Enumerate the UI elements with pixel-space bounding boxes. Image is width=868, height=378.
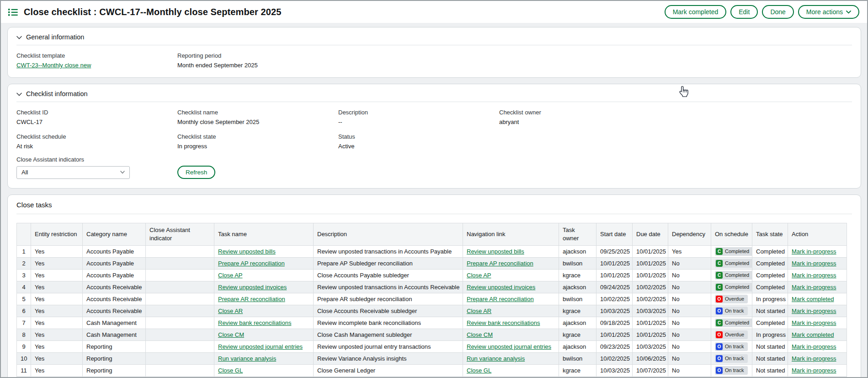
cell-navigation-link: Close CM — [463, 329, 559, 341]
more-actions-button[interactable]: More actions — [798, 5, 859, 19]
cell-indicator — [146, 246, 214, 258]
cell-description: Review unposted transactions in Accounts… — [314, 246, 463, 258]
task-name-link[interactable]: Close GL — [218, 367, 243, 374]
cell-description: Close Cash Management subledger — [314, 329, 463, 341]
collapse-chevron-icon[interactable] — [16, 36, 22, 39]
navigation-link[interactable]: Close CM — [467, 331, 493, 338]
cell-start-date: 10/01/2025 — [596, 329, 633, 341]
cell-task-state: Not started — [752, 353, 788, 365]
cell-category: Accounts Receivable — [83, 305, 146, 317]
checklist-information-header[interactable]: Checklist information — [16, 84, 852, 102]
cell-task-state: In progress — [752, 293, 788, 305]
edit-button[interactable]: Edit — [730, 5, 758, 19]
cell-entity-restriction: Yes — [31, 329, 83, 341]
task-name-link[interactable]: Close AP — [218, 272, 242, 279]
on-schedule-badge: OOverdue — [715, 330, 748, 339]
action-link[interactable]: Mark in-progress — [792, 367, 836, 374]
task-name-link[interactable]: Prepare AP reconciliation — [218, 260, 285, 267]
cell-task-owner: kgrace — [559, 329, 596, 341]
action-link[interactable]: Mark in-progress — [792, 343, 836, 350]
row-number: 2 — [17, 258, 31, 270]
status-letter-icon: C — [716, 319, 723, 326]
cell-entity-restriction: Yes — [31, 353, 83, 365]
navigation-link[interactable]: Review bank reconciliations — [467, 319, 540, 326]
task-name-link[interactable]: Run variance analysis — [218, 355, 276, 362]
general-information-header[interactable]: General information — [16, 27, 852, 45]
cell-task-state: Not started — [752, 365, 788, 377]
navigation-link[interactable]: Close GL — [467, 367, 491, 374]
cell-entity-restriction: Yes — [31, 270, 83, 281]
action-link[interactable]: Mark in-progress — [792, 284, 836, 291]
cell-due-date: 10/02/2025 — [633, 281, 668, 293]
task-name-link[interactable]: Review bank reconciliations — [218, 319, 291, 326]
cell-task-name: Review unposted bills — [214, 246, 314, 258]
task-name-link[interactable]: Close CM — [218, 331, 244, 338]
on-schedule-badge: CCompleted — [715, 247, 752, 256]
status-label: Completed — [725, 249, 749, 254]
task-name-link[interactable]: Review unposted journal entries — [218, 343, 303, 350]
table-row: 2YesAccounts PayablePrepare AP reconcili… — [17, 258, 847, 270]
task-name-link[interactable]: Review unposted invoices — [218, 284, 287, 291]
cell-start-date: 09/23/2025 — [596, 341, 633, 353]
action-link[interactable]: Mark in-progress — [792, 355, 836, 362]
checklist-template-link[interactable]: CWT-23--Monthly close new — [16, 62, 91, 69]
on-schedule-badge: OOn track — [715, 342, 748, 351]
navigation-link[interactable]: Review unposted invoices — [467, 284, 535, 291]
cell-indicator — [146, 305, 214, 317]
collapse-chevron-icon[interactable] — [16, 92, 22, 96]
table-row: 5YesAccounts ReceivablePrepare AR reconc… — [17, 293, 847, 305]
cell-description: Review unposted transactions in Accounts… — [314, 281, 463, 293]
cell-navigation-link: Close AR — [463, 305, 559, 317]
task-name-link[interactable]: Review unposted bills — [218, 248, 276, 255]
navigation-link[interactable]: Review unposted journal entries — [467, 343, 551, 350]
cell-dependency: No — [668, 270, 711, 281]
table-row: 7YesCash ManagementReview bank reconcili… — [17, 317, 847, 329]
navigation-link[interactable]: Prepare AR reconciliation — [467, 296, 534, 302]
cell-due-date: 10/03/2025 — [633, 305, 668, 317]
cell-entity-restriction: Yes — [31, 293, 83, 305]
field-label: Checklist schedule — [16, 133, 177, 140]
action-link[interactable]: Mark in-progress — [792, 272, 836, 279]
column-header-entity-restriction: Entity restriction — [31, 223, 83, 246]
cell-category: Accounts Payable — [83, 258, 146, 270]
status-letter-icon: O — [716, 343, 723, 350]
action-link[interactable]: Mark in-progress — [792, 319, 836, 326]
checklist-state-field: Checklist state In progress — [177, 126, 338, 150]
mark-completed-button[interactable]: Mark completed — [665, 5, 727, 19]
page-body: General information Checklist template C… — [1, 23, 867, 378]
cell-indicator — [146, 258, 214, 270]
navigation-link[interactable]: Run variance analysis — [467, 355, 525, 362]
action-link[interactable]: Mark completed — [792, 331, 834, 338]
close-assistant-indicators-select[interactable]: All — [16, 166, 130, 179]
cell-task-name: Review unposted journal entries — [214, 341, 314, 353]
row-number: 8 — [17, 329, 31, 341]
action-link[interactable]: Mark in-progress — [792, 248, 836, 255]
action-link[interactable]: Mark completed — [792, 296, 834, 302]
navigation-link[interactable]: Close AP — [467, 272, 491, 279]
cell-task-owner: kgrace — [559, 270, 596, 281]
refresh-button[interactable]: Refresh — [177, 166, 215, 179]
task-name-link[interactable]: Close AR — [218, 308, 243, 314]
cell-on-schedule: OOverdue — [711, 329, 752, 341]
cell-task-owner: bwilson — [559, 353, 596, 365]
column-header-navigation-link: Navigation link — [463, 223, 559, 246]
navigation-link[interactable]: Prepare AP reconciliation — [467, 260, 533, 267]
action-link[interactable]: Mark in-progress — [792, 308, 836, 314]
cell-due-date: 10/01/2025 — [633, 317, 668, 329]
navigation-link[interactable]: Review unposted bills — [467, 248, 524, 255]
cell-start-date: 09/24/2025 — [596, 281, 633, 293]
cell-navigation-link: Review unposted journal entries — [463, 341, 559, 353]
action-link[interactable]: Mark in-progress — [792, 260, 836, 267]
cell-indicator — [146, 341, 214, 353]
cell-category: Reporting — [83, 341, 146, 353]
task-name-link[interactable]: Prepare AR reconciliation — [218, 296, 285, 302]
cell-description: Close Accounts Receivable subledger — [314, 305, 463, 317]
cell-on-schedule: CCompleted — [711, 246, 752, 258]
navigation-link[interactable]: Close AR — [467, 308, 491, 314]
status-label: Completed — [725, 320, 749, 325]
field-label: Checklist owner — [499, 109, 660, 116]
done-button[interactable]: Done — [762, 5, 793, 19]
status-letter-icon: O — [716, 296, 723, 302]
cell-action: Mark in-progress — [788, 281, 847, 293]
cell-indicator — [146, 329, 214, 341]
